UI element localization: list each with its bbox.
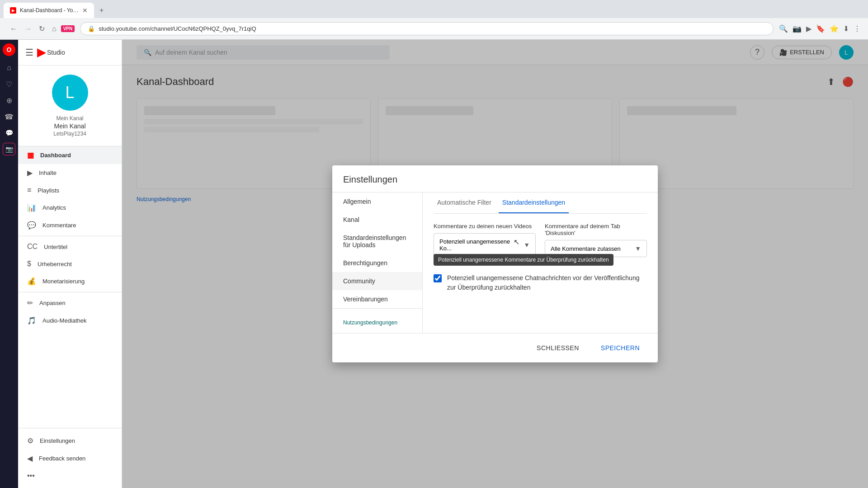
back-button[interactable]: ← <box>7 23 20 35</box>
urheberrecht-label: Urheberrecht <box>38 261 72 267</box>
dropdown-arrow-1: ▼ <box>524 241 530 249</box>
new-videos-dropdown-value: Potenziell unangemessene Ko... <box>439 238 524 252</box>
kommentare-icon: 💬 <box>27 221 36 230</box>
modal-nav-community[interactable]: Community <box>332 272 422 290</box>
close-button[interactable]: SCHLIESSEN <box>529 341 586 355</box>
extension-icon-1[interactable]: 🔍 <box>779 24 788 33</box>
anpassen-label: Anpassen <box>39 300 66 306</box>
browser-tab-area: ▶ Kanal-Dashboard - YouTu... ✕ + <box>4 3 107 18</box>
modal-header: Einstellungen <box>332 165 658 192</box>
new-tab-button[interactable]: + <box>96 5 107 16</box>
untertitel-label: Untertitel <box>44 244 67 250</box>
sidebar-item-anpassen[interactable]: ✏ Anpassen <box>18 294 122 312</box>
tab-standardeinstellungen[interactable]: Standardeinstellungen <box>499 192 569 213</box>
url-bar[interactable]: 🔒 studio.youtube.com/channel/UCocN6zQPHQ… <box>80 22 774 35</box>
audio-label: Audio-Mediathek <box>42 317 87 324</box>
sidebar-instagram-icon[interactable]: 📷 <box>3 143 15 155</box>
settings-modal: Einstellungen Allgemein Kanal Standardei… <box>332 165 658 362</box>
extension-icon-4[interactable]: 🔖 <box>816 24 825 33</box>
settings-row: Kommentare zu deinen neuen Videos Potenz… <box>434 223 647 257</box>
active-tab[interactable]: ▶ Kanal-Dashboard - YouTu... ✕ <box>4 3 94 18</box>
sidebar-divider-2 <box>18 292 122 292</box>
new-videos-dropdown[interactable]: Potenziell unangemessene Ko... ▼ <box>434 233 536 257</box>
modal-title: Einstellungen <box>343 174 647 185</box>
tab-close-icon[interactable]: ✕ <box>82 7 88 14</box>
feedback-icon: ◀ <box>27 454 33 463</box>
modal-nav-allgemein[interactable]: Allgemein <box>332 192 422 211</box>
sidebar-item-inhalte[interactable]: ▶ Inhalte <box>18 164 122 182</box>
extension-icon-2[interactable]: 📷 <box>793 24 802 33</box>
settings-chrome-icon[interactable]: ⋮ <box>854 24 861 33</box>
settings-content: Kommentare zu deinen neuen Videos Potenz… <box>434 223 647 292</box>
sidebar-item-untertitel[interactable]: CC Untertitel <box>18 238 122 255</box>
einstellungen-label: Einstellungen <box>40 437 75 444</box>
sidebar-messenger-icon[interactable]: ☎ <box>3 110 15 123</box>
discussion-col: Kommentare auf deinem Tab 'Diskussion' A… <box>545 223 647 257</box>
channel-handle: LetsPlay1234 <box>53 131 86 137</box>
sidebar-einstellungen[interactable]: ⚙ Einstellungen <box>18 432 122 450</box>
sidebar-feedback[interactable]: ◀ Feedback senden <box>18 450 122 467</box>
sidebar-whatsapp-icon[interactable]: 💬 <box>3 127 15 139</box>
avatar-letter: L <box>65 83 74 102</box>
sidebar-item-playlists[interactable]: ≡ Playlists <box>18 182 122 199</box>
monetarisierung-label: Monetarisierung <box>42 278 85 285</box>
urheberrecht-icon: $ <box>27 260 31 268</box>
modal-sidebar: Allgemein Kanal Standardeinstellungen fü… <box>332 192 423 333</box>
new-videos-dropdown-wrapper: Potenziell unangemessene Ko... ▼ ↖ Poten… <box>434 233 536 257</box>
modal-overlay[interactable]: Einstellungen Allgemein Kanal Standardei… <box>122 40 868 488</box>
modal-nutzungsbedingungen[interactable]: Nutzungsbedingungen <box>332 308 422 333</box>
yt-studio-logo: ▶ Studio <box>37 46 65 59</box>
sidebar-item-analytics[interactable]: 📊 Analytics <box>18 199 122 216</box>
vpn-badge: VPN <box>61 25 75 32</box>
modal-nav-standardeinstellungen[interactable]: Standardeinstellungen für Uploads <box>332 229 422 254</box>
extension-icon-3[interactable]: ▶ <box>806 24 811 33</box>
tab-favicon: ▶ <box>10 7 16 14</box>
sidebar-item-monetarisierung[interactable]: 💰 Monetarisierung <box>18 272 122 290</box>
dropdown-tooltip: Potenziell unangemessene Kommentare zur … <box>434 254 613 266</box>
extension-icon-5[interactable]: ⭐ <box>830 24 839 33</box>
checkbox-chat[interactable] <box>434 274 442 282</box>
sidebar-more[interactable]: ••• <box>18 467 122 484</box>
tab-auto-filter[interactable]: Automatische Filter <box>434 192 495 213</box>
refresh-button[interactable]: ↻ <box>36 23 47 35</box>
nav-buttons: ← → ↻ ⌂ VPN <box>7 23 75 35</box>
sidebar-home-icon[interactable]: ⌂ <box>3 61 15 74</box>
monetarisierung-icon: 💰 <box>27 277 36 286</box>
modal-nav-kanal[interactable]: Kanal <box>332 211 422 229</box>
forward-button[interactable]: → <box>22 23 34 35</box>
sidebar-item-urheberrecht[interactable]: $ Urheberrecht <box>18 255 122 272</box>
untertitel-icon: CC <box>27 243 38 251</box>
sidebar-item-kommentare[interactable]: 💬 Kommentare <box>18 216 122 234</box>
home-button[interactable]: ⌂ <box>49 23 59 35</box>
analytics-label: Analytics <box>42 204 66 211</box>
main-content: 🔍 Auf deinem Kanal suchen ? 🎥 ERSTELLEN … <box>122 40 868 488</box>
yt-logo-area: ☰ ▶ Studio <box>18 40 122 66</box>
inhalte-label: Inhalte <box>39 169 57 176</box>
new-videos-col: Kommentare zu deinen neuen Videos Potenz… <box>434 223 536 257</box>
inhalte-icon: ▶ <box>27 169 33 177</box>
studio-text: Studio <box>47 49 65 56</box>
channel-label: Mein Kanal <box>56 115 83 122</box>
sidebar-item-audio[interactable]: 🎵 Audio-Mediathek <box>18 312 122 329</box>
sidebar-item-dashboard[interactable]: ▦ Dashboard <box>18 146 122 164</box>
dashboard-label: Dashboard <box>40 152 71 159</box>
modal-body: Allgemein Kanal Standardeinstellungen fü… <box>332 192 658 333</box>
sidebar-plus-icon[interactable]: ⊕ <box>3 94 15 107</box>
modal-nav-vereinbarungen[interactable]: Vereinbarungen <box>332 290 422 308</box>
extension-icon-6[interactable]: ⬇ <box>843 24 849 33</box>
sidebar-speed-dial-icon[interactable]: ♡ <box>3 78 15 90</box>
feedback-label: Feedback senden <box>39 455 85 462</box>
modal-footer: SCHLIESSEN SPEICHERN <box>332 333 658 362</box>
save-button[interactable]: SPEICHERN <box>594 341 647 355</box>
analytics-icon: 📊 <box>27 203 36 212</box>
lock-icon: 🔒 <box>88 25 95 32</box>
browser-chrome: ▶ Kanal-Dashboard - YouTu... ✕ + <box>0 0 868 18</box>
modal-nav-berechtigungen[interactable]: Berechtigungen <box>332 254 422 272</box>
kommentare-label: Kommentare <box>42 222 76 229</box>
channel-avatar[interactable]: L <box>52 75 88 111</box>
toolbar-actions: 🔍 📷 ▶ 🔖 ⭐ ⬇ ⋮ <box>779 24 861 33</box>
hamburger-icon[interactable]: ☰ <box>25 47 33 58</box>
sidebar-bottom: ⚙ Einstellungen ◀ Feedback senden ••• <box>18 428 122 488</box>
browser-left-sidebar: O ⌂ ♡ ⊕ ☎ 💬 📷 <box>0 40 18 488</box>
youtube-logo-icon: ▶ <box>37 46 45 59</box>
